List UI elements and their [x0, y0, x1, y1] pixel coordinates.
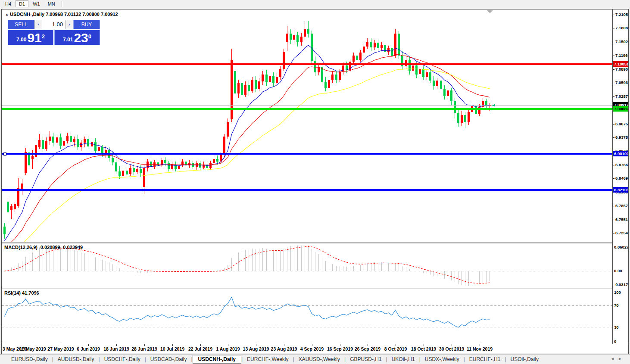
price-axis-tick [613, 178, 614, 179]
date-axis-tick [172, 344, 173, 346]
price-badge-7.00089[interactable]: 7.00089 [613, 106, 628, 112]
timeframe-button-d1[interactable]: D1 [16, 0, 28, 7]
date-tick-label: 26 Sep 2019 [355, 346, 380, 352]
sell-button[interactable]: SELL [8, 20, 34, 29]
date-tick-label: 13 Aug 2019 [243, 346, 269, 352]
trading-platform-window: H4D1W1MN ▲ USDCNH-,Daily 7.00968 7.01132… [0, 0, 630, 364]
price-axis-tick [613, 42, 614, 42]
rsi-axis-30: 30 [614, 325, 619, 330]
date-axis-tick [424, 344, 424, 346]
price-tick-label: 7.11960 [615, 53, 629, 58]
date-axis-tick [452, 344, 452, 346]
price-tick-label: 6.87660 [615, 162, 629, 167]
price-tick-label: 6.84690 [615, 176, 629, 180]
price-axis-tick [613, 28, 614, 28]
buy-button[interactable]: BUY [73, 20, 100, 29]
rsi-label: RSI(14) 41.7096 [4, 290, 39, 296]
price-tick-label: 6.96750 [615, 121, 629, 126]
buy-price-main: 23 [74, 32, 88, 44]
tab-gbpusd-h1[interactable]: GBPUSD-,H1 [346, 355, 386, 363]
date-tick-label: 18 Oct 2019 [411, 346, 436, 352]
symbol-collapse-icon[interactable]: ▲ [5, 12, 9, 16]
sell-price-sup: 2 [42, 30, 45, 43]
price-tick-label: 6.72540 [615, 230, 629, 235]
volume-input[interactable]: 1.00 [42, 20, 65, 29]
date-axis-tick [88, 344, 89, 346]
tab-audusd-daily[interactable]: AUDUSD-,Daily [53, 355, 99, 363]
current-price-line[interactable] [2, 105, 612, 106]
date-axis-tick [312, 344, 312, 346]
price-badge-6.90100[interactable]: 6.90100 [613, 151, 628, 156]
rsi-axis-100: 100 [614, 290, 621, 295]
macd-values: -0.020899 -0.023949 [39, 245, 83, 250]
price-axis-tick [613, 56, 614, 56]
timeframe-button-mn[interactable]: MN [44, 0, 59, 7]
date-tick-label: 27 May 2019 [47, 346, 74, 352]
price-tick-label: 7.18080 [615, 25, 629, 30]
price-axis-tick [613, 96, 614, 97]
one-click-trading-panel: SELL ▼ 1.00 ▲ BUY 7.00 91 2 7.01 23 0 [8, 20, 101, 45]
chart-tab-bar: EURUSD-,Daily|AUDUSD-,Daily|USDCHF-,Dail… [0, 354, 630, 364]
tab-eurchf-weekly[interactable]: EURCHF-,Weekly [243, 355, 293, 363]
rsi-axis-70: 70 [614, 303, 619, 308]
price-axis[interactable]: 7.210507.180807.150207.119607.089007.059… [613, 9, 628, 344]
tab-usdx-weekly[interactable]: USDX-,Weekly [421, 355, 464, 363]
tab-scroll-right-icon[interactable]: ► [618, 356, 626, 361]
last-price-arrow [492, 104, 495, 106]
price-tick-label: 6.78570 [615, 203, 629, 208]
date-axis-tick [33, 344, 33, 346]
price-badge-6.82103[interactable]: 6.82103 [613, 187, 628, 193]
tab-scroll-arrows: ◄► [610, 356, 626, 361]
date-axis-tick [61, 344, 61, 346]
macd-axis-min: -0.031725 [614, 282, 629, 287]
support-line-green[interactable] [2, 108, 612, 110]
price-tick-label: 7.02870 [615, 94, 629, 99]
price-axis-tick [613, 165, 614, 165]
volume-increase-button[interactable]: ▲ [65, 20, 73, 29]
sell-price-display[interactable]: 7.00 91 2 [8, 30, 53, 45]
price-tick-label: 7.05930 [615, 80, 629, 85]
tab-usdcnh-daily[interactable]: USDCNH-,Daily [193, 355, 241, 364]
buy-price-display[interactable]: 7.01 23 0 [54, 30, 100, 45]
date-axis-tick [228, 344, 228, 346]
volume-decrease-button[interactable]: ▼ [34, 20, 42, 29]
date-axis-tick [144, 344, 145, 346]
support-line-blue-upper[interactable] [2, 153, 612, 155]
macd-name: MACD(12,26,9) [4, 245, 37, 250]
sell-price-main: 91 [27, 32, 41, 44]
tab-usdcad-daily[interactable]: USDCAD-,Daily [146, 355, 191, 363]
resistance-line-red[interactable] [2, 63, 612, 65]
date-tick-label: 6 Jun 2019 [77, 346, 100, 352]
tab-eurchf-h1[interactable]: EURCHF-,H1 [465, 355, 505, 363]
sell-price-prefix: 7.00 [16, 35, 26, 44]
rsi-indicator-pane[interactable] [2, 289, 612, 344]
price-badge-7.10051[interactable]: 7.10051 [613, 61, 628, 67]
tab-eurusd-daily[interactable]: EURUSD-,Daily [7, 355, 52, 363]
tab-usdchf-daily[interactable]: USDCHF-,Daily [100, 355, 145, 363]
date-axis-tick [340, 344, 340, 346]
tab-usoil-daily[interactable]: USOil-,Daily [506, 355, 543, 363]
support-line-blue-lower[interactable] [2, 189, 612, 191]
buy-price-sup: 0 [88, 30, 91, 43]
date-axis-tick [256, 344, 256, 346]
macd-indicator-pane[interactable] [2, 243, 612, 288]
tab-ukoil-h1[interactable]: UKOil-,H1 [387, 355, 419, 363]
symbol-title: USDCNH-,Daily [10, 12, 44, 17]
timeframe-button-w1[interactable]: W1 [29, 0, 44, 7]
date-axis-tick [200, 344, 201, 346]
price-axis-tick [613, 233, 614, 233]
date-axis-tick [396, 344, 396, 346]
price-tick-label: 7.08900 [615, 67, 629, 72]
date-tick-label: 22 Jul 2019 [188, 346, 212, 352]
date-tick-label: 18 Jun 2019 [103, 346, 129, 352]
price-tick-label: 7.21050 [615, 12, 629, 17]
symbol-ohlc-line: ▲ USDCNH-,Daily 7.00968 7.01132 7.00800 … [5, 12, 118, 17]
date-axis[interactable]: 3 May 201915 May 201927 May 20196 Jun 20… [2, 344, 628, 353]
price-axis-tick [613, 137, 614, 138]
price-tick-label: 6.93780 [615, 135, 629, 140]
rsi-name: RSI(14) [4, 290, 21, 296]
price-tick-label: 6.75510 [615, 217, 629, 222]
timeframe-button-h4[interactable]: H4 [2, 0, 15, 7]
tab-scroll-left-icon[interactable]: ◄ [610, 356, 618, 361]
tab-xauusd-weekly[interactable]: XAUUSD-,Weekly [294, 355, 344, 363]
